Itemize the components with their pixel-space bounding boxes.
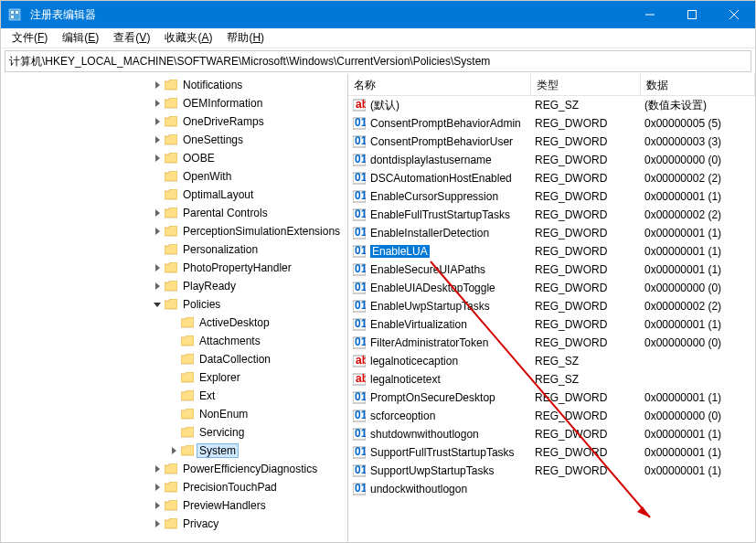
value-data: 0x00000000 (0)	[641, 281, 755, 295]
chevron-right-icon[interactable]	[151, 97, 164, 110]
value-row[interactable]: 011SupportUwpStartupTasksREG_DWORD0x0000…	[348, 462, 755, 480]
menu-h[interactable]: 帮助(H)	[219, 28, 272, 48]
tree-item[interactable]: Privacy	[1, 515, 347, 533]
chevron-right-icon[interactable]	[151, 261, 164, 274]
value-row[interactable]: 011EnableVirtualizationREG_DWORD0x000000…	[348, 315, 755, 334]
maximize-button[interactable]	[671, 1, 713, 28]
value-data: (数值未设置)	[641, 97, 755, 114]
chevron-right-icon[interactable]	[151, 207, 164, 219]
column-data[interactable]: 数据	[641, 74, 755, 95]
value-row[interactable]: 011EnableFullTrustStartupTasksREG_DWORD0…	[348, 206, 755, 224]
chevron-right-icon[interactable]	[167, 444, 180, 457]
value-row[interactable]: 011EnableUwpStartupTasksREG_DWORD0x00000…	[348, 297, 755, 315]
column-type[interactable]: 类型	[531, 74, 641, 95]
chevron-right-icon[interactable]	[151, 152, 164, 165]
value-type: REG_DWORD	[531, 262, 641, 277]
value-row[interactable]: 011SupportFullTrustStartupTasksREG_DWORD…	[348, 443, 755, 462]
svg-rect-5	[688, 11, 697, 19]
value-name: legalnoticetext	[370, 373, 441, 386]
tree-item[interactable]: OneDriveRamps	[1, 112, 347, 131]
chevron-right-icon[interactable]	[151, 133, 164, 146]
tree-item[interactable]: OEMInformation	[1, 94, 347, 112]
value-data: 0x00000001 (1)	[641, 390, 755, 405]
value-row[interactable]: ablegalnoticetextREG_SZ	[348, 370, 755, 389]
svg-text:011: 011	[355, 245, 366, 257]
menu-a[interactable]: 收藏夹(A)	[157, 28, 219, 48]
tree-item[interactable]: PhotoPropertyHandler	[1, 259, 347, 277]
dword-value-icon: 011	[352, 282, 367, 294]
tree-item[interactable]: OptimalLayout	[1, 186, 347, 204]
menu-v[interactable]: 查看(V)	[106, 28, 157, 48]
value-data: 0x00000001 (1)	[641, 226, 755, 240]
svg-rect-1	[11, 11, 14, 14]
tree-label: OEMInformation	[180, 96, 265, 111]
chevron-right-icon[interactable]	[151, 517, 164, 530]
chevron-right-icon[interactable]	[151, 115, 164, 128]
chevron-right-icon[interactable]	[151, 225, 164, 238]
value-row[interactable]: 011scforceoptionREG_DWORD0x00000000 (0)	[348, 407, 755, 425]
value-row[interactable]: 011EnableCursorSuppressionREG_DWORD0x000…	[348, 187, 755, 206]
value-row[interactable]: 011EnableInstallerDetectionREG_DWORD0x00…	[348, 224, 755, 242]
chevron-right-icon[interactable]	[151, 481, 164, 494]
value-data: 0x00000001 (1)	[641, 463, 755, 478]
value-type: REG_DWORD	[531, 281, 641, 295]
value-type: REG_DWORD	[531, 226, 641, 240]
folder-icon	[164, 170, 178, 183]
chevron-right-icon[interactable]	[151, 499, 164, 512]
tree-label: PreviewHandlers	[180, 498, 269, 513]
tree-item[interactable]: Ext	[1, 387, 347, 405]
chevron-down-icon[interactable]	[151, 298, 164, 311]
tree-item[interactable]: PerceptionSimulationExtensions	[1, 222, 347, 240]
value-row[interactable]: 011dontdisplaylastusernameREG_DWORD0x000…	[348, 151, 755, 169]
svg-text:011: 011	[355, 391, 366, 403]
list-pane[interactable]: 名称 类型 数据 ab(默认)REG_SZ(数值未设置)011ConsentPr…	[348, 74, 755, 542]
minimize-button[interactable]	[629, 1, 671, 28]
tree-label: Privacy	[180, 516, 221, 531]
tree-item[interactable]: ActiveDesktop	[1, 314, 347, 332]
tree-pane[interactable]: NotificationsOEMInformationOneDriveRamps…	[1, 74, 348, 542]
tree-item[interactable]: Personalization	[1, 240, 347, 259]
value-type: REG_DWORD	[531, 427, 641, 442]
menu-f[interactable]: 文件(F)	[5, 28, 55, 48]
tree-item[interactable]: OneSettings	[1, 131, 347, 149]
value-row[interactable]: 011DSCAutomationHostEnabledREG_DWORD0x00…	[348, 169, 755, 187]
value-row[interactable]: 011EnableUIADesktopToggleREG_DWORD0x0000…	[348, 279, 755, 297]
value-row[interactable]: 011ConsentPromptBehaviorAdminREG_DWORD0x…	[348, 114, 755, 133]
tree-item[interactable]: Attachments	[1, 332, 347, 350]
tree-item[interactable]: Parental Controls	[1, 204, 347, 222]
value-row[interactable]: 011ConsentPromptBehaviorUserREG_DWORD0x0…	[348, 133, 755, 151]
value-name: EnableInstallerDetection	[370, 227, 489, 240]
folder-icon	[164, 463, 178, 475]
tree-item[interactable]: OOBE	[1, 149, 347, 167]
value-row[interactable]: 011EnableLUAREG_DWORD0x00000001 (1)	[348, 242, 755, 261]
close-button[interactable]	[713, 1, 755, 28]
tree-item[interactable]: DataCollection	[1, 350, 347, 368]
value-row[interactable]: 011EnableSecureUIAPathsREG_DWORD0x000000…	[348, 261, 755, 279]
value-row[interactable]: 011PromptOnSecureDesktopREG_DWORD0x00000…	[348, 389, 755, 407]
tree-item[interactable]: Policies	[1, 295, 347, 314]
tree-item[interactable]: OpenWith	[1, 167, 347, 186]
value-row[interactable]: 011undockwithoutlogon	[348, 480, 755, 498]
titlebar[interactable]: 注册表编辑器	[1, 1, 755, 28]
tree-item[interactable]: PreviewHandlers	[1, 496, 347, 515]
tree-item[interactable]: PrecisionTouchPad	[1, 478, 347, 496]
value-row[interactable]: ab(默认)REG_SZ(数值未设置)	[348, 96, 755, 114]
value-data: 0x00000002 (2)	[641, 299, 755, 314]
chevron-right-icon[interactable]	[151, 280, 164, 293]
address-bar[interactable]: 计算机\HKEY_LOCAL_MACHINE\SOFTWARE\Microsof…	[5, 50, 751, 72]
value-row[interactable]: 011shutdownwithoutlogonREG_DWORD0x000000…	[348, 425, 755, 443]
chevron-right-icon[interactable]	[151, 463, 164, 475]
tree-item[interactable]: Notifications	[1, 76, 347, 94]
tree-item[interactable]: PlayReady	[1, 277, 347, 295]
tree-item[interactable]: NonEnum	[1, 405, 347, 423]
tree-item[interactable]: Servicing	[1, 423, 347, 442]
dword-value-icon: 011	[352, 428, 367, 441]
tree-item[interactable]: PowerEfficiencyDiagnostics	[1, 460, 347, 478]
chevron-right-icon[interactable]	[151, 79, 164, 91]
tree-item[interactable]: System	[1, 442, 347, 460]
tree-item[interactable]: Explorer	[1, 368, 347, 387]
value-row[interactable]: ablegalnoticecaptionREG_SZ	[348, 352, 755, 370]
value-row[interactable]: 011FilterAdministratorTokenREG_DWORD0x00…	[348, 334, 755, 352]
column-name[interactable]: 名称	[348, 74, 531, 95]
menu-e[interactable]: 编辑(E)	[55, 28, 106, 48]
